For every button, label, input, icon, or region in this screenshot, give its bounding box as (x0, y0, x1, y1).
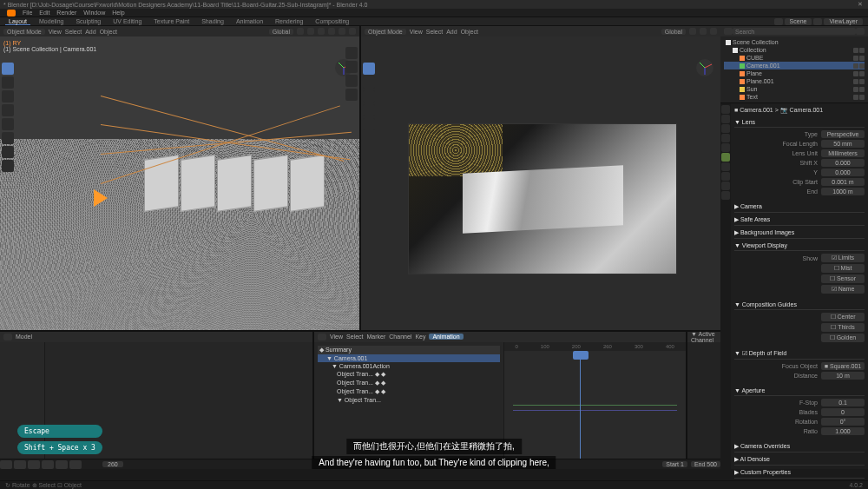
outliner-filter-icon[interactable] (856, 28, 865, 35)
tool-rotate[interactable] (2, 104, 14, 116)
tab-rendering[interactable]: Rendering (272, 18, 306, 24)
section-camera[interactable]: ▶ Camera (734, 202, 865, 213)
menu-file[interactable]: File (23, 10, 32, 16)
tool-scale-r[interactable] (363, 118, 375, 130)
prop-tab-scene[interactable] (721, 134, 730, 142)
mode-selector[interactable]: Object Mode (3, 29, 45, 35)
graph-menu-channel[interactable]: Channel (389, 334, 411, 340)
ratio-field[interactable]: 1.000 (821, 427, 865, 435)
jump-start-button[interactable] (0, 460, 12, 469)
tool-transform[interactable] (2, 132, 14, 144)
vp-menu-add-r[interactable]: Add (446, 29, 457, 35)
menu-window[interactable]: Window (83, 10, 105, 16)
shift-y-field[interactable]: 0.000 (821, 169, 865, 176)
graph-menu-marker[interactable]: Marker (367, 334, 386, 340)
vp-menu-object-r[interactable]: Object (461, 29, 478, 35)
fstop-field[interactable]: 0.1 (821, 399, 865, 406)
transform-orientation-r[interactable]: Global (661, 29, 686, 35)
section-cam-overrides[interactable]: ▶ Camera Overrides (734, 441, 865, 453)
shift-x-field[interactable]: 0.000 (821, 159, 865, 167)
section-ai-denoise[interactable]: ▶ AI Denoise (734, 454, 865, 466)
playhead[interactable] (580, 351, 581, 459)
tab-shading[interactable]: Shading (198, 18, 227, 24)
pan-icon[interactable] (345, 61, 358, 73)
tab-compositing[interactable]: Compositing (312, 18, 352, 24)
vp-menu-view[interactable]: View (49, 29, 62, 35)
section-lens[interactable]: ▼ Lens (734, 117, 865, 128)
tool-select-box-r[interactable] (363, 63, 375, 75)
outliner-tree[interactable]: Scene Collection Collection CUBE Camera.… (720, 36, 868, 102)
tab-modeling[interactable]: Modeling (36, 18, 67, 24)
shading-rendered-r[interactable] (710, 28, 717, 35)
menu-help[interactable]: Help (112, 10, 124, 16)
shading-material-r[interactable] (700, 28, 707, 35)
current-frame-field[interactable]: 260 (102, 461, 123, 467)
prop-tab-object[interactable] (721, 162, 730, 171)
guide-thirds-check[interactable]: ☐ Thirds (821, 323, 865, 332)
section-safe-areas[interactable]: ▶ Safe Areas (734, 215, 865, 226)
channel-transform-z[interactable]: Object Tran... ◆ ◆ (318, 387, 500, 396)
prop-tab-physics[interactable] (721, 182, 730, 190)
menu-render[interactable]: Render (56, 10, 76, 16)
snap-toggle[interactable] (297, 28, 304, 35)
summary-row[interactable]: ◆ Summary (318, 346, 500, 354)
vp-menu-add[interactable]: Add (85, 29, 95, 35)
camera-view-icon[interactable] (345, 75, 358, 87)
graph-menu-view[interactable]: View (330, 334, 343, 340)
graph-menu-key[interactable]: Key (415, 334, 425, 340)
prop-tab-object-data-camera[interactable] (721, 153, 730, 162)
tool-select-box[interactable] (2, 63, 14, 75)
section-aperture[interactable]: ▼ Aperture (734, 386, 865, 396)
properties-body[interactable]: ■ Camera.001 > 📷 Camera.001 ▼ Lens TypeP… (731, 103, 868, 484)
show-mist-check[interactable]: ☐ Mist (821, 264, 865, 273)
prop-tab-constraints[interactable] (721, 191, 730, 200)
lens-unit-field[interactable]: Millimeters (821, 149, 865, 157)
perspective-toggle-icon[interactable] (345, 89, 358, 101)
graph-menu-select[interactable]: Select (346, 334, 363, 340)
editor-type-graph-icon[interactable] (318, 334, 326, 340)
viewport-3d-left[interactable]: Object Mode View Select Add Object Globa… (0, 26, 359, 330)
section-comp-guides[interactable]: ▼ Composition Guides (734, 300, 865, 310)
viewlayer-name[interactable]: ViewLayer (824, 18, 863, 25)
prop-tab-output[interactable] (721, 115, 730, 123)
clip-end-field[interactable]: 1000 m (821, 188, 865, 195)
outliner-search[interactable] (733, 28, 856, 35)
graph-mode[interactable]: Animation (429, 334, 463, 340)
tool-move-r[interactable] (363, 90, 375, 102)
blades-field[interactable]: 0 (821, 408, 865, 416)
shading-rendered[interactable] (349, 28, 356, 35)
viewlayer-selector[interactable] (813, 18, 822, 25)
tab-texpaint[interactable]: Texture Paint (150, 18, 193, 24)
render-toggle[interactable] (859, 48, 865, 53)
keyframe-prev-button[interactable] (14, 460, 26, 469)
tool-cursor[interactable] (2, 76, 14, 89)
guide-center-check[interactable]: ☐ Center (821, 313, 865, 321)
jump-end-button[interactable] (69, 460, 82, 469)
tool-move[interactable] (2, 90, 14, 102)
shading-material[interactable] (339, 28, 345, 35)
show-name-check[interactable]: ☑ Name (821, 285, 865, 294)
shading-solid[interactable] (328, 28, 335, 35)
editor-type-icon[interactable] (3, 334, 12, 340)
clip-start-field[interactable]: 0.001 m (821, 178, 865, 186)
zoom-icon[interactable] (345, 47, 358, 59)
scene-selector[interactable] (774, 18, 783, 25)
shading-solid-r[interactable] (689, 28, 696, 35)
channel-action[interactable]: ▼ Camera.001Action (318, 362, 500, 370)
show-sensor-check[interactable]: ☐ Sensor (821, 274, 865, 283)
scene-name[interactable]: Scene (785, 18, 812, 25)
tool-cursor-r[interactable] (363, 76, 375, 89)
play-button[interactable] (42, 460, 54, 469)
section-custom-props[interactable]: ▶ Custom Properties (734, 467, 865, 479)
viewport-3d-right[interactable]: Object Mode View Select Add Object Globa… (361, 26, 720, 330)
prop-tab-modifiers[interactable] (721, 172, 730, 181)
visibility-toggle[interactable] (853, 48, 858, 53)
proportional-edit-toggle[interactable] (307, 28, 314, 35)
tool-annotate[interactable] (2, 146, 14, 158)
transform-orientation[interactable]: Global (269, 29, 293, 35)
tab-sculpting[interactable]: Sculpting (72, 18, 104, 24)
asset-model-label[interactable]: Model (16, 334, 32, 340)
vp-menu-object[interactable]: Object (100, 29, 117, 35)
menu-edit[interactable]: Edit (39, 10, 49, 16)
shading-wireframe[interactable] (318, 28, 325, 35)
